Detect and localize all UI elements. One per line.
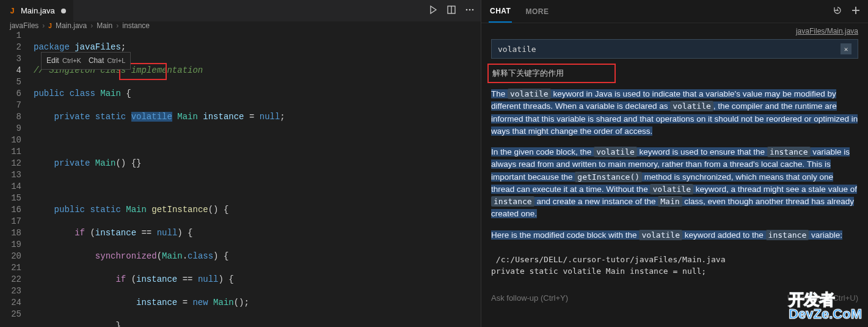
inline-action-tooltip: Edit Ctrl+K Chat Ctrl+L bbox=[41, 52, 131, 70]
ln: 21 bbox=[0, 262, 21, 274]
annotation-highlight-question bbox=[487, 64, 616, 83]
plus-icon[interactable] bbox=[851, 6, 861, 18]
crumb-mainjava[interactable]: Main.java bbox=[56, 21, 87, 30]
ln: 9 bbox=[0, 123, 21, 134]
file-tab-main[interactable]: J Main.java bbox=[0, 0, 73, 21]
ln: 23 bbox=[0, 285, 21, 297]
ln: 16 bbox=[0, 204, 21, 216]
tab-chat[interactable]: CHAT bbox=[489, 1, 512, 23]
chevron-right-icon: › bbox=[90, 21, 93, 30]
ln: 5 bbox=[0, 76, 21, 88]
followup-input[interactable]: Ask follow-up (Ctrl+Y) bbox=[491, 293, 568, 303]
history-icon[interactable] bbox=[833, 6, 842, 18]
ln: 12 bbox=[0, 158, 21, 169]
chevron-right-icon: › bbox=[116, 21, 119, 30]
chevron-right-icon: › bbox=[42, 21, 45, 30]
ln: 7 bbox=[0, 100, 21, 111]
watermark: 开发者 DevZe.CoM bbox=[789, 292, 862, 321]
chat-pane: CHAT MORE javaFiles/Main.java volatile ✕… bbox=[481, 0, 868, 327]
crumb-javafiles[interactable]: javaFiles bbox=[10, 21, 38, 30]
ln: 2 bbox=[0, 42, 21, 53]
response-code-block: /c:/Users/DELL/.cursor-tutor/javaFiles/M… bbox=[491, 250, 858, 281]
chat-action[interactable]: Chat Ctrl+L bbox=[89, 55, 125, 67]
edit-action[interactable]: Edit Ctrl+K bbox=[46, 55, 81, 67]
breadcrumb[interactable]: javaFiles › J Main.java › Main › instanc… bbox=[0, 21, 481, 30]
ln: 17 bbox=[0, 216, 21, 227]
close-icon[interactable]: ✕ bbox=[841, 43, 852, 54]
svg-point-4 bbox=[472, 9, 474, 10]
ln: 10 bbox=[0, 134, 21, 146]
ln: 8 bbox=[0, 111, 21, 123]
ln: 19 bbox=[0, 239, 21, 251]
ln: 13 bbox=[0, 169, 21, 181]
chat-tabs: CHAT MORE bbox=[481, 0, 868, 23]
run-icon[interactable] bbox=[428, 5, 438, 17]
context-file-link[interactable]: javaFiles/Main.java bbox=[481, 23, 868, 37]
ln: 24 bbox=[0, 297, 21, 309]
code-content[interactable]: package javaFiles; // Singleton class im… bbox=[34, 30, 481, 327]
java-icon: J bbox=[48, 23, 52, 29]
split-icon[interactable] bbox=[447, 5, 456, 17]
chip-text: volatile bbox=[498, 45, 536, 54]
ln: 22 bbox=[0, 274, 21, 285]
selection-volatile: volatile bbox=[131, 112, 172, 122]
ln: 11 bbox=[0, 146, 21, 158]
ln: 4 bbox=[0, 65, 21, 76]
ln: 18 bbox=[0, 227, 21, 239]
line-gutter: 1 2 3 4 5 6 7 8 9 10 11 12 13 14 15 16 1… bbox=[0, 30, 34, 327]
editor-pane: J Main.java javaFiles › J Main.java › Ma… bbox=[0, 0, 481, 327]
tab-filename: Main.java bbox=[21, 6, 55, 15]
more-icon[interactable] bbox=[465, 5, 475, 17]
code-area[interactable]: 1 2 3 4 5 6 7 8 9 10 11 12 13 14 15 16 1… bbox=[0, 30, 481, 327]
ln: 20 bbox=[0, 251, 21, 262]
ln: 25 bbox=[0, 309, 21, 320]
dirty-indicator-icon bbox=[61, 9, 66, 13]
ln: 3 bbox=[0, 53, 21, 65]
svg-point-3 bbox=[469, 9, 471, 10]
tab-more[interactable]: MORE bbox=[524, 1, 550, 22]
tab-bar: J Main.java bbox=[0, 0, 481, 21]
ln: 1 bbox=[0, 30, 21, 42]
crumb-instance[interactable]: instance bbox=[122, 21, 150, 30]
context-code-chip: volatile ✕ bbox=[491, 39, 858, 59]
ln: 15 bbox=[0, 193, 21, 204]
ln: 14 bbox=[0, 181, 21, 193]
crumb-main[interactable]: Main bbox=[97, 21, 112, 30]
ln: 6 bbox=[0, 88, 21, 100]
java-icon: J bbox=[7, 6, 17, 16]
svg-point-2 bbox=[466, 9, 468, 10]
user-question: 解释下关键字的作用 bbox=[489, 65, 861, 82]
tab-actions bbox=[428, 5, 475, 17]
chat-response: The volatile keyword in Java is used to … bbox=[481, 88, 868, 281]
